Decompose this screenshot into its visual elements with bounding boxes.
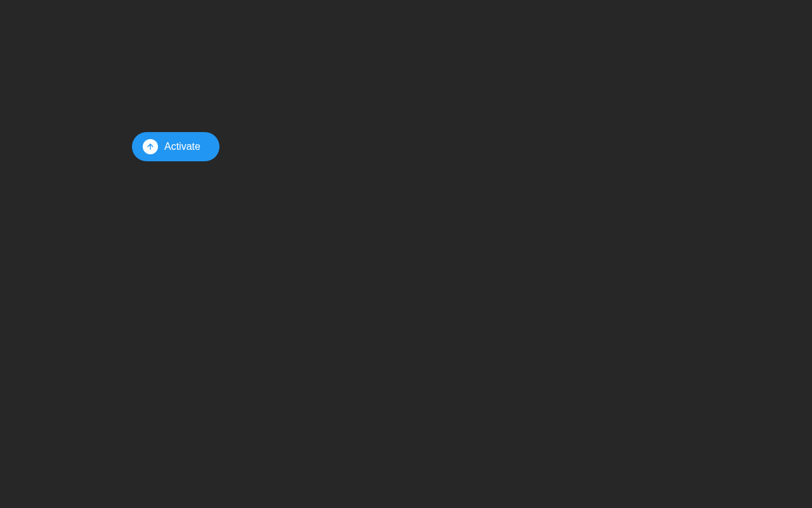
arrow-up-icon [143, 139, 158, 154]
activate-button-label: Activate [164, 139, 200, 154]
activate-button[interactable]: Activate [132, 132, 219, 161]
